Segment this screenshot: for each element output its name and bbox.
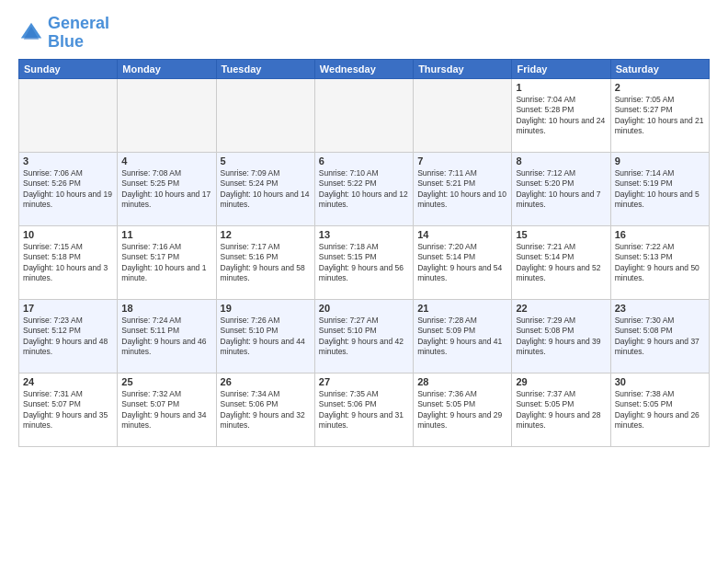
calendar-cell: 8Sunrise: 7:12 AMSunset: 5:20 PMDaylight… — [512, 152, 610, 225]
day-number: 13 — [319, 229, 409, 240]
day-info: Sunrise: 7:04 AMSunset: 5:28 PMDaylight:… — [516, 95, 606, 137]
day-info: Sunrise: 7:24 AMSunset: 5:11 PMDaylight:… — [121, 316, 211, 358]
calendar-cell: 9Sunrise: 7:14 AMSunset: 5:19 PMDaylight… — [610, 152, 709, 225]
day-info: Sunrise: 7:30 AMSunset: 5:08 PMDaylight:… — [615, 316, 705, 358]
calendar-cell: 19Sunrise: 7:26 AMSunset: 5:10 PMDayligh… — [216, 299, 314, 373]
day-number: 18 — [121, 303, 211, 314]
logo-text: General Blue — [48, 15, 109, 52]
calendar-cell: 27Sunrise: 7:35 AMSunset: 5:06 PMDayligh… — [314, 373, 413, 446]
day-number: 27 — [319, 376, 409, 387]
calendar-cell: 23Sunrise: 7:30 AMSunset: 5:08 PMDayligh… — [610, 299, 709, 373]
day-info: Sunrise: 7:22 AMSunset: 5:13 PMDaylight:… — [615, 242, 705, 284]
day-number: 20 — [319, 303, 409, 314]
day-number: 22 — [516, 303, 606, 314]
day-number: 12 — [221, 229, 311, 240]
col-header-thursday: Thursday — [414, 59, 512, 78]
calendar-cell: 11Sunrise: 7:16 AMSunset: 5:17 PMDayligh… — [118, 225, 216, 299]
calendar-cell — [314, 78, 413, 152]
col-header-tuesday: Tuesday — [216, 59, 314, 78]
calendar-week-5: 24Sunrise: 7:31 AMSunset: 5:07 PMDayligh… — [19, 373, 710, 446]
calendar-cell: 7Sunrise: 7:11 AMSunset: 5:21 PMDaylight… — [414, 152, 512, 225]
day-info: Sunrise: 7:10 AMSunset: 5:22 PMDaylight:… — [319, 168, 409, 211]
col-header-wednesday: Wednesday — [314, 59, 413, 78]
col-header-friday: Friday — [512, 59, 610, 78]
calendar-cell: 13Sunrise: 7:18 AMSunset: 5:15 PMDayligh… — [314, 225, 413, 299]
col-header-saturday: Saturday — [610, 59, 709, 78]
col-header-monday: Monday — [118, 59, 216, 78]
calendar-week-3: 10Sunrise: 7:15 AMSunset: 5:18 PMDayligh… — [19, 225, 710, 299]
day-info: Sunrise: 7:28 AMSunset: 5:09 PMDaylight:… — [417, 316, 507, 358]
calendar-cell: 28Sunrise: 7:36 AMSunset: 5:05 PMDayligh… — [414, 373, 512, 446]
day-info: Sunrise: 7:08 AMSunset: 5:25 PMDaylight:… — [121, 168, 211, 211]
calendar-week-4: 17Sunrise: 7:23 AMSunset: 5:12 PMDayligh… — [19, 299, 710, 373]
day-number: 23 — [615, 303, 705, 314]
calendar-cell: 6Sunrise: 7:10 AMSunset: 5:22 PMDaylight… — [314, 152, 413, 225]
calendar-cell: 1Sunrise: 7:04 AMSunset: 5:28 PMDaylight… — [512, 78, 610, 152]
day-info: Sunrise: 7:15 AMSunset: 5:18 PMDaylight:… — [23, 242, 113, 284]
day-number: 3 — [23, 155, 113, 167]
day-info: Sunrise: 7:35 AMSunset: 5:06 PMDaylight:… — [319, 389, 409, 431]
calendar-cell: 25Sunrise: 7:32 AMSunset: 5:07 PMDayligh… — [118, 373, 216, 446]
day-info: Sunrise: 7:12 AMSunset: 5:20 PMDaylight:… — [516, 168, 606, 211]
day-info: Sunrise: 7:20 AMSunset: 5:14 PMDaylight:… — [417, 242, 507, 284]
calendar-cell: 4Sunrise: 7:08 AMSunset: 5:25 PMDaylight… — [118, 152, 216, 225]
calendar-cell: 5Sunrise: 7:09 AMSunset: 5:24 PMDaylight… — [216, 152, 314, 225]
day-info: Sunrise: 7:17 AMSunset: 5:16 PMDaylight:… — [221, 242, 311, 284]
calendar-cell — [216, 78, 314, 152]
day-info: Sunrise: 7:27 AMSunset: 5:10 PMDaylight:… — [319, 316, 409, 358]
calendar-week-2: 3Sunrise: 7:06 AMSunset: 5:26 PMDaylight… — [19, 152, 710, 225]
calendar-cell: 20Sunrise: 7:27 AMSunset: 5:10 PMDayligh… — [314, 299, 413, 373]
day-info: Sunrise: 7:16 AMSunset: 5:17 PMDaylight:… — [121, 242, 211, 284]
day-number: 5 — [221, 155, 311, 167]
calendar-cell: 16Sunrise: 7:22 AMSunset: 5:13 PMDayligh… — [610, 225, 709, 299]
day-number: 30 — [615, 376, 705, 387]
calendar-cell: 2Sunrise: 7:05 AMSunset: 5:27 PMDaylight… — [610, 78, 709, 152]
day-info: Sunrise: 7:32 AMSunset: 5:07 PMDaylight:… — [121, 389, 211, 431]
day-number: 25 — [121, 376, 211, 387]
calendar-cell: 29Sunrise: 7:37 AMSunset: 5:05 PMDayligh… — [512, 373, 610, 446]
calendar-cell: 12Sunrise: 7:17 AMSunset: 5:16 PMDayligh… — [216, 225, 314, 299]
day-number: 8 — [516, 155, 606, 167]
day-number: 6 — [319, 155, 409, 167]
day-number: 21 — [417, 303, 507, 314]
day-number: 7 — [417, 155, 507, 167]
day-info: Sunrise: 7:26 AMSunset: 5:10 PMDaylight:… — [221, 316, 311, 358]
day-info: Sunrise: 7:23 AMSunset: 5:12 PMDaylight:… — [23, 316, 113, 358]
calendar-cell: 15Sunrise: 7:21 AMSunset: 5:14 PMDayligh… — [512, 225, 610, 299]
day-info: Sunrise: 7:37 AMSunset: 5:05 PMDaylight:… — [516, 389, 606, 431]
day-number: 26 — [221, 376, 311, 387]
calendar-table: SundayMondayTuesdayWednesdayThursdayFrid… — [18, 59, 710, 447]
calendar-cell: 10Sunrise: 7:15 AMSunset: 5:18 PMDayligh… — [19, 225, 118, 299]
day-number: 2 — [615, 82, 705, 93]
calendar-cell: 18Sunrise: 7:24 AMSunset: 5:11 PMDayligh… — [118, 299, 216, 373]
logo: General Blue — [18, 15, 109, 52]
calendar-cell: 22Sunrise: 7:29 AMSunset: 5:08 PMDayligh… — [512, 299, 610, 373]
day-info: Sunrise: 7:36 AMSunset: 5:05 PMDaylight:… — [417, 389, 507, 431]
day-number: 1 — [516, 82, 606, 93]
day-info: Sunrise: 7:21 AMSunset: 5:14 PMDaylight:… — [516, 242, 606, 284]
logo-icon — [18, 20, 44, 46]
calendar-cell: 3Sunrise: 7:06 AMSunset: 5:26 PMDaylight… — [19, 152, 118, 225]
day-info: Sunrise: 7:06 AMSunset: 5:26 PMDaylight:… — [23, 168, 113, 211]
calendar-cell: 17Sunrise: 7:23 AMSunset: 5:12 PMDayligh… — [19, 299, 118, 373]
day-number: 19 — [221, 303, 311, 314]
day-info: Sunrise: 7:31 AMSunset: 5:07 PMDaylight:… — [23, 389, 113, 431]
calendar-cell — [19, 78, 118, 152]
day-info: Sunrise: 7:11 AMSunset: 5:21 PMDaylight:… — [417, 168, 507, 211]
calendar-cell: 26Sunrise: 7:34 AMSunset: 5:06 PMDayligh… — [216, 373, 314, 446]
day-info: Sunrise: 7:09 AMSunset: 5:24 PMDaylight:… — [221, 168, 311, 211]
day-number: 29 — [516, 376, 606, 387]
col-header-sunday: Sunday — [19, 59, 118, 78]
calendar-cell: 24Sunrise: 7:31 AMSunset: 5:07 PMDayligh… — [19, 373, 118, 446]
day-number: 15 — [516, 229, 606, 240]
day-info: Sunrise: 7:34 AMSunset: 5:06 PMDaylight:… — [221, 389, 311, 431]
calendar-cell — [414, 78, 512, 152]
calendar-cell: 14Sunrise: 7:20 AMSunset: 5:14 PMDayligh… — [414, 225, 512, 299]
header: General Blue — [18, 15, 710, 52]
day-number: 4 — [121, 155, 211, 167]
calendar-header-row: SundayMondayTuesdayWednesdayThursdayFrid… — [19, 59, 710, 78]
day-number: 11 — [121, 229, 211, 240]
calendar-cell: 21Sunrise: 7:28 AMSunset: 5:09 PMDayligh… — [414, 299, 512, 373]
day-number: 9 — [615, 155, 705, 167]
day-number: 24 — [23, 376, 113, 387]
